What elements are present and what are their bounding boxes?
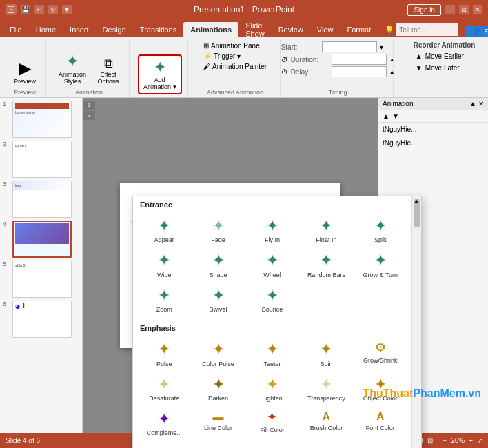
anim-appear[interactable]: ✦ Appear: [137, 213, 191, 247]
tab-animations[interactable]: Animations: [183, 22, 238, 37]
anim-grow-shrink[interactable]: ⚙ Grow/Shrink: [354, 336, 407, 371]
anim-grow-turn[interactable]: ✦ Grow & Turn: [354, 247, 407, 282]
panel-close-button[interactable]: ✕: [478, 100, 484, 108]
customize-icon[interactable]: ▼: [62, 5, 72, 14]
slide-thumb-2[interactable]: 2 ✦ content: [3, 141, 79, 178]
minimize-icon[interactable]: ─: [445, 5, 455, 14]
anim-shape[interactable]: ✦ Shape: [191, 247, 245, 282]
panel-up-button[interactable]: ▲: [469, 100, 476, 108]
anim-swivel[interactable]: ✦ Swivel: [191, 283, 245, 317]
anim-complement[interactable]: ✦ Compleme...: [137, 406, 191, 440]
tab-tell-me[interactable]: 💡: [378, 22, 465, 37]
anim-partial-2[interactable]: R: [191, 445, 245, 448]
delay-input[interactable]: [332, 66, 387, 77]
animation-painter-button[interactable]: 🖌 Animation Painter: [201, 62, 270, 71]
trigger-button[interactable]: ⚡ Trigger ▾: [201, 52, 270, 61]
restore-icon[interactable]: ⧉: [459, 5, 469, 14]
slide-img-2[interactable]: content: [12, 141, 72, 178]
zoom-plus-icon[interactable]: +: [469, 437, 473, 445]
zoom-minus-icon[interactable]: −: [443, 437, 447, 445]
anim-color-pulse[interactable]: ✦ Color Pulse: [191, 336, 245, 371]
slide-img-4[interactable]: [12, 221, 72, 258]
anim-panel-item-1[interactable]: tNguyHie...: [378, 123, 488, 136]
tab-transitions[interactable]: Transitions: [133, 22, 183, 37]
save-icon[interactable]: 💾: [21, 5, 30, 14]
tab-format[interactable]: Format: [340, 22, 378, 37]
tab-view[interactable]: View: [310, 22, 340, 37]
anim-desaturate[interactable]: ✦ Desaturate: [137, 371, 191, 406]
slide-thumb-3[interactable]: 3 img: [3, 181, 79, 218]
slide-img-3[interactable]: img: [12, 181, 72, 218]
anim-pulse[interactable]: ✦ Pulse: [137, 336, 191, 371]
anim-fade[interactable]: ✦ Fade: [191, 213, 245, 247]
scrollbar-track[interactable]: ▲ ▼: [411, 196, 421, 448]
anim-partial-1[interactable]: U: [137, 445, 191, 448]
slide-img-5[interactable]: slide 5: [12, 261, 72, 298]
preview-button[interactable]: ▶ Preview: [10, 57, 40, 88]
animation-styles-button[interactable]: ✦ AnimationStyles: [54, 50, 90, 88]
trigger-label: Trigger: [214, 52, 235, 60]
appear-label: Appear: [154, 236, 174, 243]
move-earlier-button[interactable]: ▲ Move Earlier: [414, 52, 476, 61]
anim-fly-in[interactable]: ✦ Fly In: [245, 213, 299, 247]
anim-lighten[interactable]: ✦ Lighten: [245, 371, 299, 406]
anim-partial-3[interactable]: R: [245, 445, 299, 448]
anim-partial-4[interactable]: A: [299, 445, 353, 448]
slide-img-6[interactable]: ◕▐: [12, 301, 72, 338]
teeter-icon: ✦: [266, 340, 278, 358]
effect-options-button[interactable]: ⧉ EffectOptions: [93, 54, 123, 88]
start-dropdown[interactable]: ▾: [380, 43, 383, 51]
anim-transparency[interactable]: ✦ Transparency: [299, 371, 353, 406]
grow-shrink-icon: ⚙: [375, 340, 386, 356]
share-button[interactable]: 👤 Share: [465, 26, 488, 37]
anim-teeter[interactable]: ✦ Teeter: [245, 336, 299, 371]
undo-icon[interactable]: ↩: [34, 5, 44, 14]
teeter-label: Teeter: [263, 360, 281, 367]
slide-thumb-1[interactable]: 1 Lorem ipsum: [3, 101, 79, 138]
page-box-2: 2: [83, 111, 95, 120]
ribbon-group-reorder: Reorder Animation ▲ Move Earlier ▼ Move …: [396, 40, 488, 97]
fit-screen-icon[interactable]: ⤢: [477, 437, 482, 445]
duration-spinner-up[interactable]: ▲: [389, 57, 395, 63]
anim-brush-color[interactable]: A Brush Color: [299, 406, 353, 440]
slide-thumb-4[interactable]: 4 ✦: [3, 221, 79, 258]
redo-icon[interactable]: ↻: [48, 5, 58, 14]
panel-up-arrow[interactable]: ▲: [383, 112, 389, 120]
tab-insert[interactable]: Insert: [63, 22, 96, 37]
close-icon[interactable]: ✕: [473, 5, 482, 14]
slide-thumb-5[interactable]: 5 slide 5: [3, 261, 79, 298]
transparency-icon: ✦: [320, 376, 332, 394]
anim-panel-item-2[interactable]: tNguyHie...: [378, 136, 488, 150]
move-later-button[interactable]: ▼ Move Later: [414, 63, 476, 72]
tab-home[interactable]: Home: [29, 22, 63, 37]
anim-zoom[interactable]: ✦ Zoom: [137, 283, 191, 317]
anim-split[interactable]: ✦ Split: [354, 213, 407, 247]
sign-in-button[interactable]: Sign in: [407, 4, 441, 16]
slide-img-1[interactable]: Lorem ipsum: [12, 101, 72, 138]
anim-line-color[interactable]: ▬ Line Color: [191, 406, 245, 440]
anim-random-bars[interactable]: ✦ Random Bars: [299, 247, 353, 282]
view-slideshow-icon[interactable]: ⊡: [427, 437, 433, 445]
slide-thumb-6[interactable]: 6 ◕▐: [3, 301, 79, 338]
duration-input[interactable]: [332, 54, 387, 65]
anim-spin[interactable]: ✦ Spin: [299, 336, 353, 371]
add-animation-button[interactable]: ✦ AddAnimation ▾: [138, 54, 182, 94]
tab-slideshow[interactable]: Slide Show: [238, 22, 272, 37]
tell-me-input[interactable]: [396, 23, 458, 36]
panel-down-arrow[interactable]: ▼: [392, 112, 399, 120]
anim-bounce[interactable]: ✦ Bounce: [245, 283, 299, 317]
anim-fill-color[interactable]: ✦ Fill Color: [245, 406, 299, 440]
animation-pane-button[interactable]: ⊞ Animation Pane: [201, 41, 270, 50]
anim-wheel[interactable]: ✦ Wheel: [245, 247, 299, 282]
anim-float-in[interactable]: ✦ Float In: [299, 213, 353, 247]
anim-font-color[interactable]: A Font Color: [354, 406, 407, 440]
tab-review[interactable]: Review: [272, 22, 310, 37]
anim-wipe[interactable]: ✦ Wipe: [137, 247, 191, 282]
anim-darken[interactable]: ✦ Darken: [191, 371, 245, 406]
delay-spinner-up[interactable]: ▲: [389, 69, 395, 75]
tab-file[interactable]: File: [3, 22, 29, 37]
scroll-up-arrow[interactable]: ▲: [414, 198, 419, 204]
start-input[interactable]: [322, 41, 377, 52]
partial-row: U R R A: [133, 443, 411, 448]
tab-design[interactable]: Design: [96, 22, 133, 37]
